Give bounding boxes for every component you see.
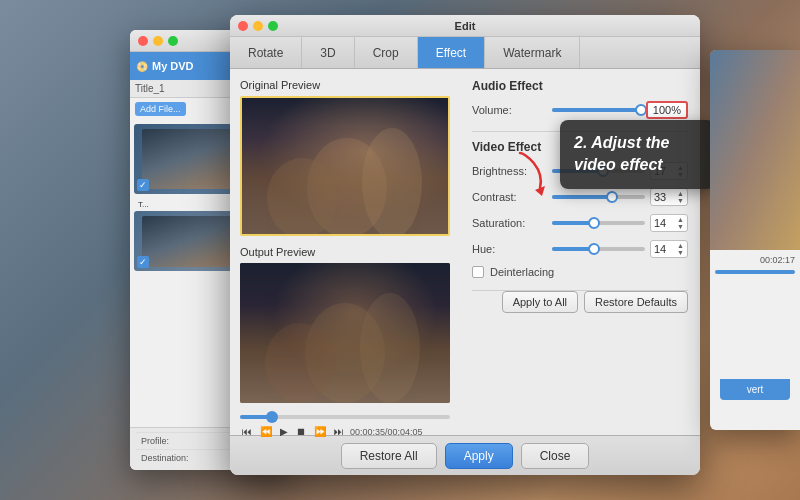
output-preview-video bbox=[240, 263, 450, 403]
deinterlacing-row: Deinterlacing bbox=[472, 266, 688, 278]
tooltip-callout: 2. Adjust the video effect bbox=[560, 120, 715, 189]
saturation-slider-thumb[interactable] bbox=[588, 217, 600, 229]
stop-button[interactable]: ⏹ bbox=[294, 425, 308, 438]
skip-back-button[interactable]: ⏮ bbox=[240, 425, 254, 438]
original-preview-label: Original Preview bbox=[240, 79, 450, 91]
tab-3d[interactable]: 3D bbox=[302, 37, 354, 68]
hue-row: Hue: 14 ▲ ▼ bbox=[472, 240, 688, 258]
edit-window: Edit Rotate 3D Crop Effect Watermark Ori… bbox=[230, 15, 700, 475]
volume-slider-container: 100% bbox=[552, 101, 688, 119]
right-partial-preview bbox=[710, 50, 800, 250]
edit-minimize-button[interactable] bbox=[253, 21, 263, 31]
edit-tabs-bar: Rotate 3D Crop Effect Watermark bbox=[230, 37, 700, 69]
contrast-row: Contrast: 33 ▲ ▼ bbox=[472, 188, 688, 206]
volume-label: Volume: bbox=[472, 104, 552, 116]
playback-progress-bar[interactable] bbox=[240, 415, 450, 419]
right-partial-window: 00:02:17 vert bbox=[710, 50, 800, 430]
minimize-button[interactable] bbox=[153, 36, 163, 46]
step-back-button[interactable]: ⏪ bbox=[258, 425, 274, 438]
original-preview-video bbox=[240, 96, 450, 236]
dvd-icon: 📀 bbox=[136, 61, 148, 72]
tooltip-text: 2. Adjust the video effect bbox=[574, 134, 669, 173]
saturation-label: Saturation: bbox=[472, 217, 552, 229]
add-files-button[interactable]: Add File... bbox=[135, 102, 186, 116]
saturation-value-box: 14 ▲ ▼ bbox=[650, 214, 688, 232]
volume-value: 100% bbox=[646, 101, 688, 119]
dvd-thumb-1-checkbox[interactable] bbox=[137, 179, 149, 191]
hue-slider-container: 14 ▲ ▼ bbox=[552, 240, 688, 258]
contrast-slider-track[interactable] bbox=[552, 195, 645, 199]
deinterlacing-checkbox[interactable] bbox=[472, 266, 484, 278]
edit-bottom-bar: Restore All Apply Close bbox=[230, 435, 700, 475]
output-preview-label: Output Preview bbox=[240, 246, 450, 258]
hue-label: Hue: bbox=[472, 243, 552, 255]
preview-area: Original Preview Output Preview bbox=[230, 69, 460, 435]
hue-value-box: 14 ▲ ▼ bbox=[650, 240, 688, 258]
tab-effect[interactable]: Effect bbox=[418, 37, 485, 68]
tab-rotate[interactable]: Rotate bbox=[230, 37, 302, 68]
title-label: Title_1 bbox=[135, 83, 165, 94]
contrast-value-box: 33 ▲ ▼ bbox=[650, 188, 688, 206]
mydvd-title: My DVD bbox=[152, 60, 194, 72]
volume-slider-fill bbox=[552, 108, 641, 112]
contrast-slider-container: 33 ▲ ▼ bbox=[552, 188, 688, 206]
maximize-button[interactable] bbox=[168, 36, 178, 46]
volume-row: Volume: 100% bbox=[472, 101, 688, 119]
play-button[interactable]: ▶ bbox=[278, 425, 290, 438]
contrast-slider-thumb[interactable] bbox=[606, 191, 618, 203]
playback-progress-thumb[interactable] bbox=[266, 411, 278, 423]
svg-point-1 bbox=[362, 128, 422, 234]
volume-slider-track[interactable] bbox=[552, 108, 641, 112]
brightness-label: Brightness: bbox=[472, 165, 552, 177]
edit-close-button[interactable] bbox=[238, 21, 248, 31]
saturation-row: Saturation: 14 ▲ ▼ bbox=[472, 214, 688, 232]
saturation-slider-track[interactable] bbox=[552, 221, 645, 225]
audio-effect-title: Audio Effect bbox=[472, 79, 688, 93]
saturation-slider-container: 14 ▲ ▼ bbox=[552, 214, 688, 232]
contrast-slider-fill bbox=[552, 195, 612, 199]
skip-forward-button[interactable]: ⏭ bbox=[332, 425, 346, 438]
edit-maximize-button[interactable] bbox=[268, 21, 278, 31]
tab-watermark[interactable]: Watermark bbox=[485, 37, 580, 68]
time-display: 00:00:35/00:04:05 bbox=[350, 427, 423, 437]
contrast-label: Contrast: bbox=[472, 191, 552, 203]
restore-defaults-button[interactable]: Restore Defaults bbox=[584, 291, 688, 313]
right-slider[interactable] bbox=[715, 270, 795, 274]
contrast-stepper[interactable]: ▲ ▼ bbox=[677, 190, 684, 204]
dvd-thumb-2-checkbox[interactable] bbox=[137, 256, 149, 268]
hue-slider-track[interactable] bbox=[552, 247, 645, 251]
tab-crop[interactable]: Crop bbox=[355, 37, 418, 68]
svg-point-4 bbox=[360, 293, 420, 403]
deinterlacing-label: Deinterlacing bbox=[490, 266, 554, 278]
svg-point-5 bbox=[265, 323, 335, 403]
saturation-stepper[interactable]: ▲ ▼ bbox=[677, 216, 684, 230]
action-buttons-row: Apply to All Restore Defaults bbox=[472, 290, 688, 313]
hue-slider-thumb[interactable] bbox=[588, 243, 600, 255]
close-button[interactable] bbox=[138, 36, 148, 46]
step-forward-button[interactable]: ⏩ bbox=[312, 425, 328, 438]
edit-titlebar: Edit bbox=[230, 15, 700, 37]
restore-all-button[interactable]: Restore All bbox=[341, 443, 437, 469]
right-partial-svg bbox=[710, 50, 800, 250]
playback-controls: ⏮ ⏪ ▶ ⏹ ⏩ ⏭ 00:00:35/00:04:05 bbox=[240, 425, 450, 438]
right-time-display: 00:02:17 bbox=[760, 255, 795, 265]
edit-titlebar-lights bbox=[238, 21, 278, 31]
edit-window-title: Edit bbox=[455, 20, 476, 32]
apply-to-all-button[interactable]: Apply to All bbox=[502, 291, 578, 313]
close-button-main[interactable]: Close bbox=[521, 443, 590, 469]
preview-overlay-svg bbox=[242, 98, 448, 234]
hue-stepper[interactable]: ▲ ▼ bbox=[677, 242, 684, 256]
output-overlay-svg bbox=[240, 263, 450, 403]
convert-button[interactable]: vert bbox=[720, 379, 790, 400]
svg-rect-7 bbox=[710, 50, 800, 250]
apply-button[interactable]: Apply bbox=[445, 443, 513, 469]
